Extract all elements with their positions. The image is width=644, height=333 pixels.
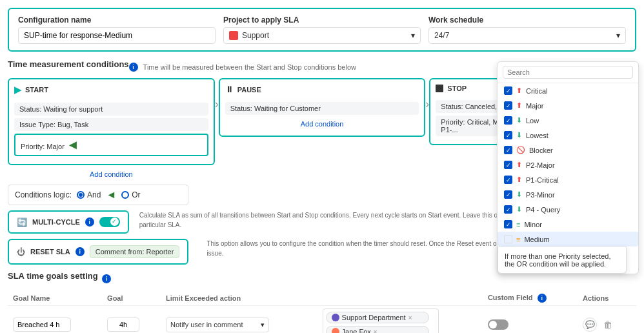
multi-cycle-info-icon[interactable]: i [85,217,94,227]
priority-label: Medium [524,236,549,243]
priority-label: Low [526,117,539,125]
priority-label: P4 - Query [526,206,560,214]
table-row: Notify user in comment ▾ Support Departm… [8,306,636,334]
pause-column: ⏸ PAUSE Status: Waiting for Customer Add… [219,78,426,137]
config-name-input[interactable] [18,27,216,44]
priority-icon: ⬇ [516,131,522,139]
checkbox-icon: ✓ [504,86,512,95]
notify-action-button-1[interactable]: 💬 [583,318,597,332]
checkbox-icon: ✓ [504,116,512,125]
start-condition-2: Issue Type: Bug, Task [14,118,208,131]
tag-close-icon[interactable]: × [374,328,377,334]
tag-close-icon[interactable]: × [408,314,412,321]
time-measurement-title: Time measurement conditions [8,59,129,69]
action-icons-1: 💬 🗑 [583,318,631,332]
col-actions: Actions [578,291,636,306]
dropdown-item[interactable]: ≡ Medium [498,232,638,247]
chevron-down-icon: ▾ [261,321,265,329]
sla-goals-table: Goal Name Goal Limit Exceeded action Cus… [8,291,636,333]
col-action: Limit Exceeded action [161,291,317,306]
pause-header: ⏸ PAUSE [225,85,419,97]
multi-cycle-toggle[interactable] [99,217,120,227]
priority-dropdown: ✓ ⬆ Critical ✓ ⬆ Major ✓ ⬇ Low ✓ ⬇ Lowes… [497,61,639,274]
sla-goals-title: SLA time goals setting [8,271,98,281]
dropdown-item[interactable]: ✓ ⬆ Major [498,98,638,113]
col-custom-field: Custom Field i [483,291,578,306]
priority-icon: 🚫 [516,146,525,154]
chevron-down-icon: ▾ [616,31,620,40]
dropdown-item[interactable]: ✓ ⬆ P1-Critical [498,172,638,187]
start-condition-3: Priority: Major ◄ [14,134,208,156]
custom-field-toggle-1[interactable] [488,319,508,330]
start-box: ▶ START Status: Waiting for support Issu… [8,78,215,165]
checkbox-icon: ✓ [504,161,512,169]
priority-icon: ⬆ [516,161,522,169]
project-select[interactable]: Support ▾ [223,27,421,44]
col-goal: Goal [102,291,161,306]
col-goal-name: Goal Name [8,291,102,306]
add-pause-condition-button[interactable]: Add condition [225,117,419,130]
goal-name-input-1[interactable] [13,318,71,332]
dropdown-item[interactable]: ✓ ⬇ Low [498,113,638,128]
pause-icon: ⏸ [225,85,234,94]
sla-goals-section: SLA time goals setting i Goal Name Goal … [8,271,636,333]
schedule-label: Work schedule [428,15,626,25]
assignee-tags-1: Support Department × Jane Fox × [326,312,436,333]
reset-info-icon[interactable]: i [75,247,85,256]
priority-tooltip: If more than one Priority selected, the … [498,247,627,274]
project-label: Project to apply SLA [223,15,421,25]
priority-icon: ≡ [516,236,520,243]
start-condition-1: Status: Waiting for support [14,103,208,116]
checkbox-icon: ✓ [504,146,512,154]
reset-label: RESET SLA [30,248,70,256]
green-arrow-icon: ◄ [66,137,79,152]
dropdown-item[interactable]: ✓ 🚫 Blocker [498,143,638,157]
dropdown-search-input[interactable] [503,66,633,79]
multi-cycle-label: MULTI-CYCLE [32,218,80,226]
delete-button-1[interactable]: 🗑 [601,318,615,332]
checkbox-icon: ✓ [504,220,512,228]
or-radio[interactable]: Or [121,190,140,199]
reset-sla-block: ⏻ RESET SLA i Comment from: Reporter [8,239,188,265]
pause-label: PAUSE [237,86,261,94]
config-name-label: Configuration name [18,15,216,25]
start-header: ▶ START [14,85,208,97]
config-name-group: Configuration name [18,15,216,44]
support-icon [229,31,238,40]
sla-goals-info-icon[interactable]: i [102,274,111,283]
checkbox-icon [504,235,512,243]
priority-icon: ⬇ [516,205,522,214]
priority-icon: ≡ [516,221,520,228]
priority-label: P2-Major [526,161,555,169]
dropdown-item[interactable]: ✓ ⬆ Critical [498,83,638,98]
checkbox-icon: ✓ [504,190,512,199]
priority-label: Major [526,102,544,110]
schedule-select[interactable]: 24/7 ▾ [428,27,626,44]
priority-icon: ⬇ [516,116,522,125]
tag-label: Jane Fox [342,328,371,333]
checkbox-icon: ✓ [504,205,512,214]
priority-icon: ⬆ [516,101,522,110]
time-measurement-desc: Time will be measured between the Start … [143,63,356,71]
conditions-logic-label: Conditions logic: [15,190,72,199]
dropdown-item[interactable]: ✓ ⬇ P3-Minor [498,187,638,202]
dropdown-item[interactable]: ✓ ⬆ P2-Major [498,157,638,172]
stop-label: STOP [447,85,467,92]
dropdown-item[interactable]: ✓ ≡ Minor [498,217,638,232]
play-icon: ▶ [14,85,21,95]
priority-label: Minor [524,221,542,228]
and-radio[interactable]: And [77,190,101,199]
info-icon[interactable]: i [129,63,138,72]
dropdown-item[interactable]: ✓ ⬇ P4 - Query [498,202,638,217]
dropdown-search [498,62,638,83]
priority-label: Lowest [526,132,548,139]
priority-icon: ⬆ [516,176,522,184]
priority-label: P1-Critical [526,176,559,184]
goal-hours-input-1[interactable] [107,318,139,332]
add-start-condition-button[interactable]: Add condition [8,168,215,181]
notify-select-1[interactable]: Notify user in comment ▾ [166,318,269,332]
priority-label: Blocker [529,146,553,154]
dropdown-item[interactable]: ✓ ⬇ Lowest [498,128,638,143]
custom-field-info-icon[interactable]: i [538,294,547,303]
custom-field-label: Custom Field [488,294,533,301]
